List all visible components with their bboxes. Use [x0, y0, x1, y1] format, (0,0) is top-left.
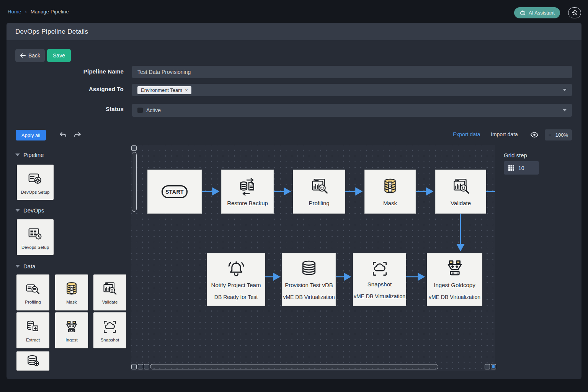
minimap-icon: [492, 365, 495, 368]
node-validate[interactable]: Validate: [435, 170, 486, 214]
node-profiling[interactable]: Profiling: [293, 170, 345, 214]
horizontal-scrollbar[interactable]: [150, 364, 438, 369]
database-stack-icon: [299, 259, 319, 278]
report-magnifier-icon: [309, 177, 329, 196]
scroll-button[interactable]: [138, 364, 143, 369]
breadcrumb-separator: ›: [25, 9, 27, 15]
back-label: Back: [28, 52, 40, 59]
palette-item-label: Mask: [66, 300, 77, 304]
node-restore-backup[interactable]: Restore Backup: [221, 170, 274, 214]
node-notify-project-team[interactable]: Notify Project Team DB Ready for Test: [207, 253, 265, 306]
collapse-triangle-icon: [15, 209, 20, 212]
assigned-to-select[interactable]: Environment Team ×: [132, 84, 572, 96]
palette-item-extract[interactable]: Extract: [16, 312, 49, 348]
scroll-button[interactable]: [144, 364, 149, 369]
bell-icon: [226, 259, 247, 278]
tag-remove-icon[interactable]: ×: [185, 87, 188, 93]
vertical-scrollbar[interactable]: [132, 152, 137, 212]
palette-item-database-add[interactable]: [16, 351, 49, 371]
page-title: DevOps Pipeline Details: [15, 23, 88, 40]
zoom-level: 100%: [555, 132, 568, 138]
scroll-button[interactable]: [485, 364, 490, 369]
status-select[interactable]: Active: [132, 104, 572, 117]
chevron-down-icon[interactable]: [563, 89, 567, 91]
canvas-corner-button[interactable]: [131, 145, 137, 151]
palette-item-label: Extract: [26, 338, 40, 342]
grid-step-label: Grid step: [504, 152, 527, 158]
status-swatch-icon: [137, 108, 143, 113]
eye-icon[interactable]: [530, 131, 539, 139]
status-value: Active: [146, 107, 161, 113]
grid-step-control[interactable]: 10: [504, 161, 539, 175]
apply-all-label: Apply all: [21, 132, 40, 138]
masked-database-icon: [380, 177, 400, 196]
palette-item-label: Profiling: [25, 300, 41, 304]
node-subtitle: DB Ready for Test: [214, 294, 258, 300]
section-pipeline-label: Pipeline: [23, 152, 44, 158]
breadcrumb-current: Manage Pipeline: [31, 9, 69, 15]
pipeline-canvas[interactable]: START Restore Backup Profiling Mask: [131, 145, 495, 371]
node-title: Notify Project Team: [211, 282, 261, 288]
grid-step-value: 10: [518, 165, 524, 171]
zoom-minus-button[interactable]: −: [549, 132, 552, 138]
zoom-control[interactable]: − 100%: [545, 129, 572, 140]
section-data[interactable]: Data: [15, 263, 36, 270]
undo-icon[interactable]: [59, 131, 67, 140]
redo-icon[interactable]: [73, 131, 82, 140]
palette-item-profiling[interactable]: Profiling: [16, 274, 49, 310]
palette-item-validate[interactable]: Validate: [93, 274, 126, 310]
status-label: Status: [7, 106, 124, 112]
node-ingest-goldcopy[interactable]: Ingest Goldcopy vME DB Virtualization: [427, 253, 482, 306]
import-data-link[interactable]: Import data: [491, 131, 518, 137]
palette-item-label: Ingest: [65, 338, 77, 342]
ai-assistant-label: AI Assistant: [529, 10, 555, 16]
window-clock-icon: [26, 225, 44, 243]
palette-item-label: DevOps Setup: [21, 190, 50, 194]
section-devops[interactable]: DevOps: [15, 207, 44, 214]
node-start[interactable]: START: [147, 170, 202, 214]
pipeline-name-label: Pipeline Name: [7, 68, 124, 75]
export-data-link[interactable]: Export data: [453, 131, 480, 137]
card-gear-icon: [26, 170, 44, 188]
node-provision-test-vdb[interactable]: Provision Test vDB vME DB Virtualization: [282, 253, 336, 306]
node-mask[interactable]: Mask: [364, 170, 416, 214]
palette-item-ingest[interactable]: Ingest: [55, 312, 88, 348]
node-title: Validate: [451, 200, 471, 206]
robot-icon: [519, 10, 526, 16]
node-title: Mask: [383, 200, 397, 206]
ai-assistant-button[interactable]: AI Assistant: [514, 7, 560, 18]
pipeline-name-input[interactable]: Test Data Provisioning: [132, 66, 572, 78]
chevron-down-icon[interactable]: [563, 109, 567, 111]
svg-text:START: START: [165, 189, 184, 195]
palette-item-label: Snapshot: [101, 338, 119, 342]
history-button[interactable]: [568, 7, 581, 18]
section-devops-label: DevOps: [23, 207, 44, 214]
node-title: Snapshot: [368, 281, 392, 287]
grid-icon: [508, 165, 514, 171]
breadcrumb-home-link[interactable]: Home: [8, 9, 21, 15]
breadcrumb: Home›Manage Pipeline: [8, 9, 69, 15]
back-button[interactable]: Back: [15, 49, 45, 62]
node-subtitle: vME DB Virtualization: [354, 293, 405, 299]
panel-title-bar: DevOps Pipeline Details: [7, 23, 581, 40]
palette-item-label: Validate: [102, 300, 118, 304]
cloud-snapshot-icon: [370, 260, 389, 278]
pipeline-name-value: Test Data Provisioning: [137, 69, 191, 75]
node-snapshot[interactable]: Snapshot vME DB Virtualization: [353, 253, 406, 306]
minimap-button[interactable]: [491, 364, 496, 369]
scroll-button[interactable]: [131, 364, 137, 369]
palette-item-mask[interactable]: Mask: [55, 274, 88, 310]
assigned-to-tag-label: Environment Team: [141, 87, 182, 93]
section-pipeline[interactable]: Pipeline: [15, 152, 44, 158]
ingest-funnel-icon: [63, 318, 80, 335]
palette-item-snapshot[interactable]: Snapshot: [93, 312, 126, 348]
card-magnifier-icon: [24, 281, 41, 297]
pipeline-details-panel: DevOps Pipeline Details Back Save Pipeli…: [7, 23, 581, 379]
save-button[interactable]: Save: [47, 49, 71, 62]
apply-all-button[interactable]: Apply all: [16, 130, 46, 140]
palette-item-devops-setup-2[interactable]: Devops Setup: [17, 219, 54, 255]
palette-item-devops-setup[interactable]: DevOps Setup: [17, 165, 54, 200]
node-title: Restore Backup: [227, 200, 268, 206]
palette-item-label: Devops Setup: [21, 245, 49, 250]
node-subtitle: vME DB Virtualization: [283, 294, 335, 300]
